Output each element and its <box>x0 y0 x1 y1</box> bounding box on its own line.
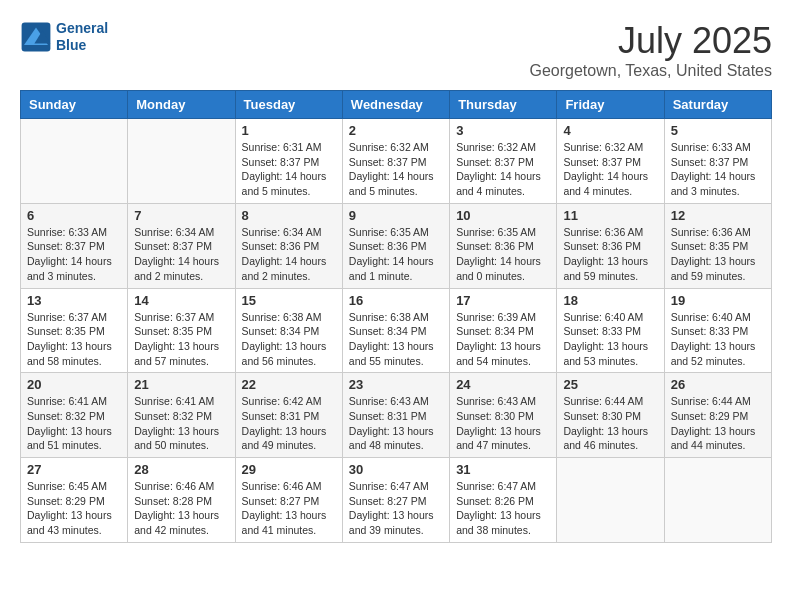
day-info: Sunrise: 6:35 AM Sunset: 8:36 PM Dayligh… <box>349 225 443 284</box>
week-row-5: 27Sunrise: 6:45 AM Sunset: 8:29 PM Dayli… <box>21 458 772 543</box>
weekday-header-row: SundayMondayTuesdayWednesdayThursdayFrid… <box>21 91 772 119</box>
day-info: Sunrise: 6:33 AM Sunset: 8:37 PM Dayligh… <box>671 140 765 199</box>
logo-icon <box>20 21 52 53</box>
weekday-header-monday: Monday <box>128 91 235 119</box>
day-cell: 18Sunrise: 6:40 AM Sunset: 8:33 PM Dayli… <box>557 288 664 373</box>
day-cell: 23Sunrise: 6:43 AM Sunset: 8:31 PM Dayli… <box>342 373 449 458</box>
day-number: 9 <box>349 208 443 223</box>
day-cell: 2Sunrise: 6:32 AM Sunset: 8:37 PM Daylig… <box>342 119 449 204</box>
day-cell: 30Sunrise: 6:47 AM Sunset: 8:27 PM Dayli… <box>342 458 449 543</box>
weekday-header-tuesday: Tuesday <box>235 91 342 119</box>
day-number: 24 <box>456 377 550 392</box>
day-info: Sunrise: 6:36 AM Sunset: 8:36 PM Dayligh… <box>563 225 657 284</box>
day-cell: 3Sunrise: 6:32 AM Sunset: 8:37 PM Daylig… <box>450 119 557 204</box>
day-cell: 4Sunrise: 6:32 AM Sunset: 8:37 PM Daylig… <box>557 119 664 204</box>
day-info: Sunrise: 6:46 AM Sunset: 8:27 PM Dayligh… <box>242 479 336 538</box>
day-info: Sunrise: 6:37 AM Sunset: 8:35 PM Dayligh… <box>27 310 121 369</box>
week-row-2: 6Sunrise: 6:33 AM Sunset: 8:37 PM Daylig… <box>21 203 772 288</box>
day-cell <box>21 119 128 204</box>
day-info: Sunrise: 6:38 AM Sunset: 8:34 PM Dayligh… <box>349 310 443 369</box>
day-number: 19 <box>671 293 765 308</box>
day-number: 20 <box>27 377 121 392</box>
day-number: 22 <box>242 377 336 392</box>
day-cell: 12Sunrise: 6:36 AM Sunset: 8:35 PM Dayli… <box>664 203 771 288</box>
day-info: Sunrise: 6:41 AM Sunset: 8:32 PM Dayligh… <box>27 394 121 453</box>
calendar: SundayMondayTuesdayWednesdayThursdayFrid… <box>20 90 772 543</box>
day-number: 7 <box>134 208 228 223</box>
day-number: 14 <box>134 293 228 308</box>
day-cell: 14Sunrise: 6:37 AM Sunset: 8:35 PM Dayli… <box>128 288 235 373</box>
day-number: 1 <box>242 123 336 138</box>
logo-text: General Blue <box>56 20 108 54</box>
week-row-4: 20Sunrise: 6:41 AM Sunset: 8:32 PM Dayli… <box>21 373 772 458</box>
day-info: Sunrise: 6:34 AM Sunset: 8:36 PM Dayligh… <box>242 225 336 284</box>
day-info: Sunrise: 6:41 AM Sunset: 8:32 PM Dayligh… <box>134 394 228 453</box>
day-cell <box>664 458 771 543</box>
logo: General Blue <box>20 20 108 54</box>
day-number: 18 <box>563 293 657 308</box>
day-number: 10 <box>456 208 550 223</box>
day-cell: 10Sunrise: 6:35 AM Sunset: 8:36 PM Dayli… <box>450 203 557 288</box>
day-number: 2 <box>349 123 443 138</box>
day-info: Sunrise: 6:38 AM Sunset: 8:34 PM Dayligh… <box>242 310 336 369</box>
day-cell: 1Sunrise: 6:31 AM Sunset: 8:37 PM Daylig… <box>235 119 342 204</box>
day-info: Sunrise: 6:32 AM Sunset: 8:37 PM Dayligh… <box>563 140 657 199</box>
day-cell: 28Sunrise: 6:46 AM Sunset: 8:28 PM Dayli… <box>128 458 235 543</box>
day-info: Sunrise: 6:31 AM Sunset: 8:37 PM Dayligh… <box>242 140 336 199</box>
day-info: Sunrise: 6:39 AM Sunset: 8:34 PM Dayligh… <box>456 310 550 369</box>
day-info: Sunrise: 6:40 AM Sunset: 8:33 PM Dayligh… <box>671 310 765 369</box>
day-cell: 31Sunrise: 6:47 AM Sunset: 8:26 PM Dayli… <box>450 458 557 543</box>
day-number: 16 <box>349 293 443 308</box>
day-number: 12 <box>671 208 765 223</box>
day-cell: 9Sunrise: 6:35 AM Sunset: 8:36 PM Daylig… <box>342 203 449 288</box>
day-cell: 21Sunrise: 6:41 AM Sunset: 8:32 PM Dayli… <box>128 373 235 458</box>
day-number: 31 <box>456 462 550 477</box>
day-cell: 16Sunrise: 6:38 AM Sunset: 8:34 PM Dayli… <box>342 288 449 373</box>
day-number: 6 <box>27 208 121 223</box>
week-row-1: 1Sunrise: 6:31 AM Sunset: 8:37 PM Daylig… <box>21 119 772 204</box>
day-number: 28 <box>134 462 228 477</box>
weekday-header-saturday: Saturday <box>664 91 771 119</box>
day-info: Sunrise: 6:44 AM Sunset: 8:29 PM Dayligh… <box>671 394 765 453</box>
day-info: Sunrise: 6:47 AM Sunset: 8:26 PM Dayligh… <box>456 479 550 538</box>
day-number: 13 <box>27 293 121 308</box>
weekday-header-friday: Friday <box>557 91 664 119</box>
day-info: Sunrise: 6:35 AM Sunset: 8:36 PM Dayligh… <box>456 225 550 284</box>
day-cell: 29Sunrise: 6:46 AM Sunset: 8:27 PM Dayli… <box>235 458 342 543</box>
day-number: 30 <box>349 462 443 477</box>
day-info: Sunrise: 6:34 AM Sunset: 8:37 PM Dayligh… <box>134 225 228 284</box>
day-number: 25 <box>563 377 657 392</box>
day-cell: 27Sunrise: 6:45 AM Sunset: 8:29 PM Dayli… <box>21 458 128 543</box>
day-number: 4 <box>563 123 657 138</box>
location-title: Georgetown, Texas, United States <box>529 62 772 80</box>
day-cell: 15Sunrise: 6:38 AM Sunset: 8:34 PM Dayli… <box>235 288 342 373</box>
day-info: Sunrise: 6:40 AM Sunset: 8:33 PM Dayligh… <box>563 310 657 369</box>
day-number: 21 <box>134 377 228 392</box>
day-cell: 7Sunrise: 6:34 AM Sunset: 8:37 PM Daylig… <box>128 203 235 288</box>
day-number: 27 <box>27 462 121 477</box>
day-cell: 13Sunrise: 6:37 AM Sunset: 8:35 PM Dayli… <box>21 288 128 373</box>
day-info: Sunrise: 6:32 AM Sunset: 8:37 PM Dayligh… <box>456 140 550 199</box>
day-number: 3 <box>456 123 550 138</box>
day-cell: 26Sunrise: 6:44 AM Sunset: 8:29 PM Dayli… <box>664 373 771 458</box>
day-number: 11 <box>563 208 657 223</box>
day-cell: 24Sunrise: 6:43 AM Sunset: 8:30 PM Dayli… <box>450 373 557 458</box>
day-info: Sunrise: 6:36 AM Sunset: 8:35 PM Dayligh… <box>671 225 765 284</box>
day-cell: 5Sunrise: 6:33 AM Sunset: 8:37 PM Daylig… <box>664 119 771 204</box>
title-area: July 2025 Georgetown, Texas, United Stat… <box>529 20 772 80</box>
week-row-3: 13Sunrise: 6:37 AM Sunset: 8:35 PM Dayli… <box>21 288 772 373</box>
logo-line2: Blue <box>56 37 108 54</box>
day-info: Sunrise: 6:43 AM Sunset: 8:30 PM Dayligh… <box>456 394 550 453</box>
day-info: Sunrise: 6:37 AM Sunset: 8:35 PM Dayligh… <box>134 310 228 369</box>
day-cell: 22Sunrise: 6:42 AM Sunset: 8:31 PM Dayli… <box>235 373 342 458</box>
day-cell: 11Sunrise: 6:36 AM Sunset: 8:36 PM Dayli… <box>557 203 664 288</box>
day-cell <box>128 119 235 204</box>
day-cell: 6Sunrise: 6:33 AM Sunset: 8:37 PM Daylig… <box>21 203 128 288</box>
day-info: Sunrise: 6:33 AM Sunset: 8:37 PM Dayligh… <box>27 225 121 284</box>
month-title: July 2025 <box>529 20 772 62</box>
weekday-header-wednesday: Wednesday <box>342 91 449 119</box>
day-info: Sunrise: 6:43 AM Sunset: 8:31 PM Dayligh… <box>349 394 443 453</box>
day-info: Sunrise: 6:45 AM Sunset: 8:29 PM Dayligh… <box>27 479 121 538</box>
day-cell: 19Sunrise: 6:40 AM Sunset: 8:33 PM Dayli… <box>664 288 771 373</box>
weekday-header-thursday: Thursday <box>450 91 557 119</box>
